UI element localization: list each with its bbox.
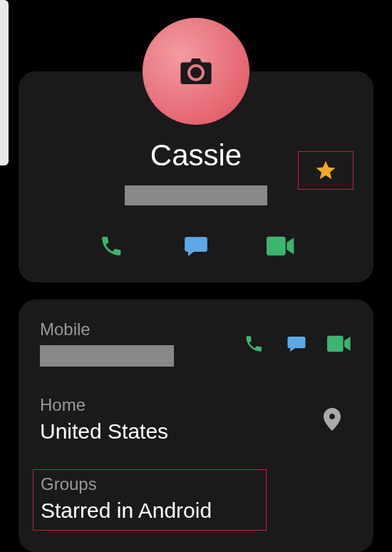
video-call-button[interactable] — [266, 231, 296, 261]
mobile-video-button[interactable] — [326, 331, 352, 357]
redacted-mobile-number — [40, 345, 174, 367]
svg-rect-2 — [267, 237, 286, 256]
scroll-indicator[interactable] — [0, 0, 9, 165]
call-button[interactable] — [96, 231, 126, 261]
camera-icon — [180, 58, 212, 84]
groups-label: Groups — [41, 474, 259, 494]
svg-point-1 — [193, 70, 198, 75]
groups-highlight-box: Groups Starred in Android — [33, 469, 267, 531]
svg-rect-3 — [327, 336, 344, 352]
location-pin-icon — [324, 408, 341, 431]
home-value: United States — [40, 419, 321, 444]
message-icon — [182, 232, 210, 260]
message-button[interactable] — [181, 231, 211, 261]
mobile-section: Mobile — [40, 320, 352, 367]
contact-header-card: Cassie — [19, 71, 373, 282]
redacted-secondary-text — [125, 185, 267, 205]
phone-icon — [99, 234, 123, 258]
mobile-call-button[interactable] — [241, 331, 267, 357]
video-icon — [267, 235, 295, 257]
home-section: Home United States — [40, 395, 352, 444]
contact-actions-row — [40, 225, 352, 261]
message-icon — [286, 333, 307, 354]
groups-value: Starred in Android — [41, 499, 259, 523]
contact-avatar[interactable] — [143, 18, 249, 125]
favorite-highlight-box — [298, 151, 354, 190]
phone-icon — [244, 334, 264, 354]
location-button[interactable] — [321, 405, 344, 434]
home-label: Home — [40, 395, 321, 415]
contact-details-card: Mobile Home Un — [19, 300, 373, 552]
mobile-label: Mobile — [40, 320, 241, 339]
mobile-message-button[interactable] — [284, 331, 309, 357]
star-icon[interactable] — [314, 159, 337, 182]
video-icon — [327, 335, 351, 352]
contact-name: Cassie — [150, 138, 242, 173]
